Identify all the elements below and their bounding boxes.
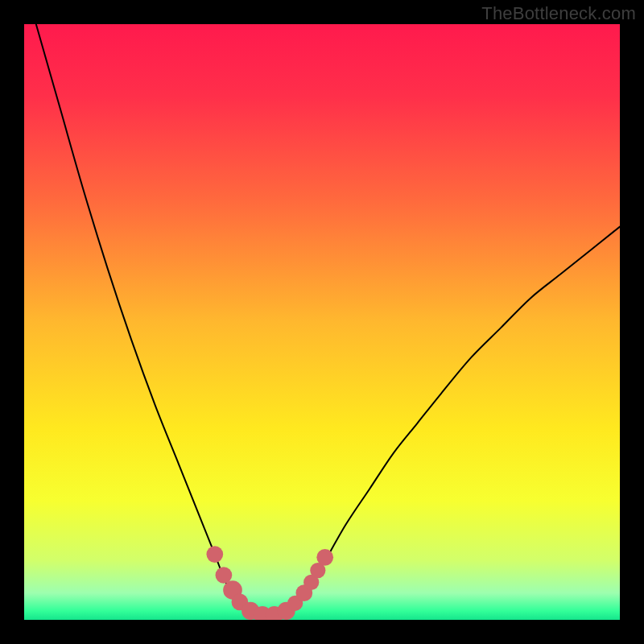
chart-svg [24,24,620,620]
curve-marker [216,567,233,584]
gradient-background [24,24,620,620]
curve-marker [316,549,333,566]
bottleneck-plot [24,24,620,620]
curve-marker [206,546,223,563]
watermark-text: TheBottleneck.com [481,3,636,24]
chart-frame: TheBottleneck.com [0,0,644,644]
